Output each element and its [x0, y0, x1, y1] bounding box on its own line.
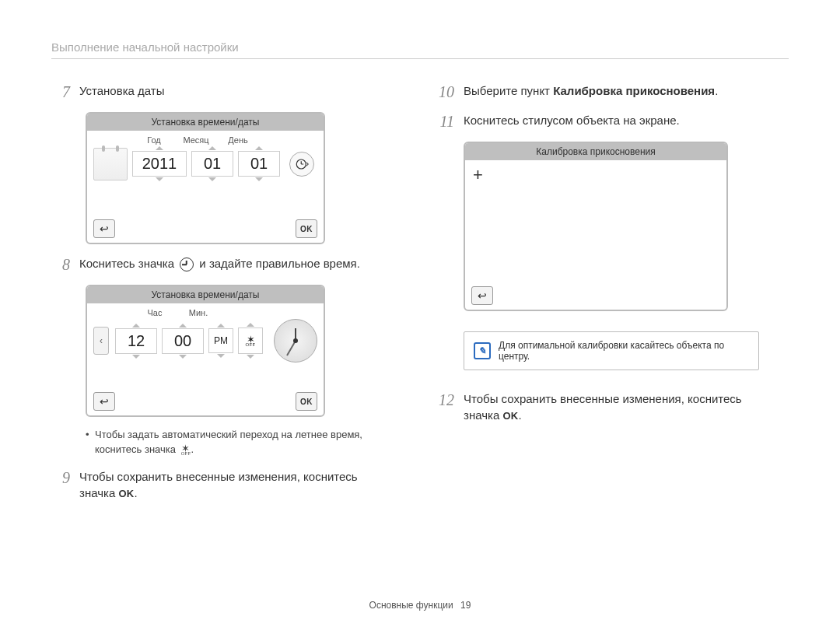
minute-value: 00	[162, 328, 204, 354]
page-header: Выполнение начальной настройки	[51, 40, 789, 59]
prev-page-button[interactable]: ‹	[93, 327, 109, 355]
dst-spinner[interactable]	[238, 323, 263, 359]
label-hour: Час	[142, 308, 168, 317]
step-7: 7 Установка даты	[51, 82, 404, 101]
date-setting-panel: Установка времени/даты Год Месяц День 20…	[86, 112, 325, 244]
step-number: 9	[51, 468, 70, 487]
switch-to-time-button[interactable]	[289, 152, 314, 177]
calibration-tip: ✎ Для оптимальной калибровки касайтесь о…	[464, 331, 759, 370]
back-button[interactable]	[93, 219, 115, 238]
note-text: Для оптимальной калибровки касайтесь объ…	[499, 340, 749, 362]
step-text: Чтобы сохранить внесенные изменения, кос…	[79, 468, 358, 501]
step-11: 11 Коснитесь стилусом объекта на экране.	[436, 112, 789, 131]
page-number: 19	[460, 600, 471, 611]
info-icon: ✎	[474, 342, 491, 359]
panel-title: Калибровка прикосновения	[465, 143, 726, 160]
step-10: 10 Выберите пункт Калибровка прикосновен…	[436, 82, 789, 101]
right-column: 10 Выберите пункт Калибровка прикосновен…	[436, 82, 789, 512]
panel-title: Установка времени/даты	[87, 286, 324, 303]
panel-title: Установка времени/даты	[87, 114, 324, 131]
dst-note: • Чтобы задать автоматический переход на…	[86, 428, 404, 457]
label-day: День	[222, 135, 254, 145]
ampm-value: PM	[208, 328, 233, 353]
ampm-spinner[interactable]: PM	[208, 324, 233, 358]
day-value: 01	[238, 151, 280, 177]
step-text: Коснитесь стилусом объекта на экране.	[464, 112, 680, 128]
label-min: Мин.	[185, 308, 212, 317]
ok-button[interactable]: OK	[296, 392, 317, 411]
ok-text-icon: OK	[118, 487, 134, 501]
year-value: 2011	[132, 151, 187, 177]
step-number: 12	[436, 391, 454, 409]
step-12: 12 Чтобы сохранить внесенные изменения, …	[436, 391, 789, 423]
analog-clock-icon	[274, 319, 317, 363]
left-column: 7 Установка даты Установка времени/даты …	[51, 82, 404, 512]
month-spinner[interactable]: 01	[191, 146, 233, 181]
step-number: 10	[436, 82, 454, 101]
month-value: 01	[191, 151, 233, 177]
calendar-icon	[93, 148, 128, 180]
footer-section: Основные функции	[369, 600, 453, 611]
step-number: 8	[51, 255, 70, 274]
dst-off-icon	[246, 335, 256, 347]
calibration-target-icon[interactable]: +	[473, 165, 483, 185]
clock-arrow-icon	[295, 157, 309, 171]
ok-button[interactable]: OK	[296, 219, 317, 238]
back-button[interactable]	[93, 392, 115, 411]
step-9: 9 Чтобы сохранить внесенные изменения, к…	[51, 468, 404, 501]
back-button[interactable]	[471, 286, 493, 305]
day-spinner[interactable]: 01	[238, 146, 280, 181]
step-text: Коснитесь значка и задайте правильное вр…	[79, 255, 360, 271]
hour-spinner[interactable]: 12	[115, 324, 157, 359]
step-8: 8 Коснитесь значка и задайте правильное …	[51, 255, 404, 274]
minute-spinner[interactable]: 00	[162, 324, 204, 359]
year-spinner[interactable]: 2011	[132, 146, 187, 181]
page-footer: Основные функции 19	[0, 600, 840, 611]
step-text: Установка даты	[79, 82, 164, 99]
label-year: Год	[138, 135, 170, 145]
time-setting-panel: Установка времени/даты Час Мин. ‹ 12	[86, 285, 325, 417]
ok-text-icon: OK	[502, 409, 518, 423]
step-text: Чтобы сохранить внесенные изменения, кос…	[464, 391, 742, 423]
hour-value: 12	[115, 328, 157, 354]
step-text: Выберите пункт Калибровка прикосновения.	[464, 82, 718, 99]
step-number: 7	[51, 82, 70, 101]
clock-icon	[180, 257, 194, 271]
calibration-panel: Калибровка прикосновения +	[464, 142, 728, 311]
label-month: Месяц	[180, 135, 212, 145]
step-number: 11	[436, 112, 454, 131]
dst-off-icon	[181, 443, 191, 456]
